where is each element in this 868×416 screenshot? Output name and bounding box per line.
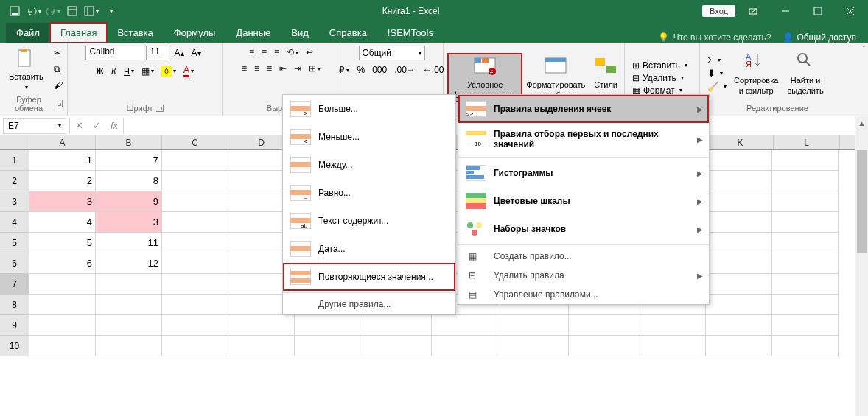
cell[interactable] xyxy=(432,336,500,356)
cell[interactable] xyxy=(772,233,839,253)
ribbon-options-icon[interactable] xyxy=(738,0,768,22)
cell[interactable] xyxy=(162,191,228,212)
undo-icon[interactable]: ▾ xyxy=(25,2,43,20)
cell[interactable] xyxy=(637,315,706,336)
tell-me-search[interactable]: 💡 Что вы хотите сделать? xyxy=(658,32,771,43)
icon-sets-item[interactable]: Наборы значков ▶ xyxy=(458,215,709,243)
find-select-button[interactable]: Найти и выделить xyxy=(783,49,827,96)
align-top-icon[interactable]: ≡ xyxy=(246,46,257,59)
cell[interactable] xyxy=(772,253,839,274)
qat-icon-1[interactable] xyxy=(63,2,81,20)
row-header[interactable]: 2 xyxy=(0,171,29,191)
row-header[interactable]: 3 xyxy=(0,191,29,212)
font-launcher[interactable] xyxy=(156,105,164,112)
cell[interactable] xyxy=(295,336,363,356)
format-painter-icon[interactable]: 🖌 xyxy=(51,79,66,92)
cell[interactable] xyxy=(363,315,432,336)
font-color-icon[interactable]: А▾ xyxy=(181,63,197,79)
tab-insert[interactable]: Вставка xyxy=(107,23,163,43)
cell[interactable] xyxy=(500,336,569,356)
align-middle-icon[interactable]: ≡ xyxy=(259,46,270,59)
tab-view[interactable]: Вид xyxy=(281,23,319,43)
redo-icon[interactable]: ▾ xyxy=(44,2,62,20)
comma-icon[interactable]: 000 xyxy=(369,63,390,77)
cell[interactable] xyxy=(569,336,637,356)
maximize-icon[interactable] xyxy=(803,0,833,22)
cell[interactable] xyxy=(772,191,839,212)
col-header[interactable]: C xyxy=(162,135,228,149)
font-name-select[interactable]: Calibri xyxy=(85,46,144,60)
grow-font-icon[interactable]: A▴ xyxy=(171,46,186,60)
cell[interactable] xyxy=(162,295,228,315)
greater-than-item[interactable]: > Больше... xyxy=(283,95,455,123)
percent-icon[interactable]: % xyxy=(354,63,368,77)
tab-help[interactable]: Справка xyxy=(319,23,377,43)
autosum-button[interactable]: Σ▾ xyxy=(706,54,728,66)
cell[interactable]: 4 xyxy=(29,212,96,233)
qat-icon-2[interactable]: ▾ xyxy=(83,2,100,20)
more-rules-item[interactable]: Другие правила... xyxy=(283,295,455,314)
cell[interactable] xyxy=(772,274,839,295)
cell[interactable] xyxy=(228,315,295,336)
cell[interactable] xyxy=(706,150,772,171)
col-header[interactable]: L xyxy=(774,135,840,149)
row-header[interactable]: 6 xyxy=(0,253,29,274)
close-icon[interactable] xyxy=(836,0,865,22)
collapse-ribbon-icon[interactable]: ˇ xyxy=(863,46,865,54)
vertical-scrollbar[interactable]: ▲ xyxy=(855,116,868,416)
delete-cells-button[interactable]: ⊟Удалить▾ xyxy=(631,72,689,84)
cell[interactable] xyxy=(363,336,432,356)
cut-icon[interactable]: ✂ xyxy=(51,46,66,60)
cell[interactable]: 1 xyxy=(29,150,96,171)
insert-cells-button[interactable]: ⊞Вставить▾ xyxy=(631,60,689,71)
row-header[interactable]: 5 xyxy=(0,233,29,253)
cell[interactable] xyxy=(162,171,228,191)
cell[interactable] xyxy=(500,315,569,336)
cell[interactable] xyxy=(96,336,162,356)
cell[interactable] xyxy=(772,295,839,315)
cell[interactable] xyxy=(772,171,839,191)
cell[interactable] xyxy=(228,336,295,356)
qat-more-icon[interactable]: ▾ xyxy=(102,2,119,20)
number-format-select[interactable]: Общий▾ xyxy=(359,46,425,60)
select-all-corner[interactable] xyxy=(0,135,29,149)
login-button[interactable]: Вход xyxy=(702,5,735,17)
cell[interactable]: 7 xyxy=(96,150,162,171)
duplicate-values-item[interactable]: Повторяющиеся значения... xyxy=(283,263,455,291)
cell[interactable] xyxy=(569,315,637,336)
cell[interactable]: 5 xyxy=(29,233,96,253)
tab-home[interactable]: Главная xyxy=(50,23,107,43)
cell[interactable] xyxy=(29,315,96,336)
row-header[interactable]: 8 xyxy=(0,295,29,315)
row-header[interactable]: 1 xyxy=(0,150,29,171)
cell[interactable] xyxy=(706,212,772,233)
cell[interactable] xyxy=(706,253,772,274)
font-size-select[interactable]: 11 xyxy=(146,46,169,60)
bold-button[interactable]: Ж xyxy=(93,65,107,78)
data-bars-item[interactable]: Гистограммы ▶ xyxy=(458,159,709,187)
cell[interactable]: 3 xyxy=(96,212,162,233)
orientation-icon[interactable]: ⟲▾ xyxy=(284,46,301,59)
clear-rules-item[interactable]: ⊟Удалить правила▶ xyxy=(458,266,709,285)
cell[interactable] xyxy=(96,315,162,336)
currency-icon[interactable]: ₽▾ xyxy=(336,63,352,77)
borders-icon[interactable]: ▦▾ xyxy=(139,65,157,78)
cell[interactable] xyxy=(706,171,772,191)
clear-button[interactable]: 🧹▾ xyxy=(706,80,728,93)
underline-button[interactable]: Ч▾ xyxy=(121,65,137,78)
sort-filter-button[interactable]: АЯ Сортировка и фильтр xyxy=(729,49,783,96)
tab-file[interactable]: Файл xyxy=(6,23,50,43)
fill-button[interactable]: ⬇▾ xyxy=(706,67,728,80)
indent-inc-icon[interactable]: ⇥ xyxy=(291,62,304,75)
wrap-text-icon[interactable]: ↩ xyxy=(303,46,316,59)
cell[interactable] xyxy=(706,233,772,253)
row-header[interactable]: 9 xyxy=(0,315,29,336)
shrink-font-icon[interactable]: A▾ xyxy=(189,46,204,60)
name-box[interactable]: E7▾ xyxy=(3,118,66,134)
cell[interactable] xyxy=(706,295,772,315)
italic-button[interactable]: К xyxy=(108,65,119,78)
cell[interactable] xyxy=(162,212,228,233)
cell[interactable] xyxy=(162,336,228,356)
cell[interactable] xyxy=(637,336,706,356)
cell[interactable]: 6 xyxy=(29,253,96,274)
